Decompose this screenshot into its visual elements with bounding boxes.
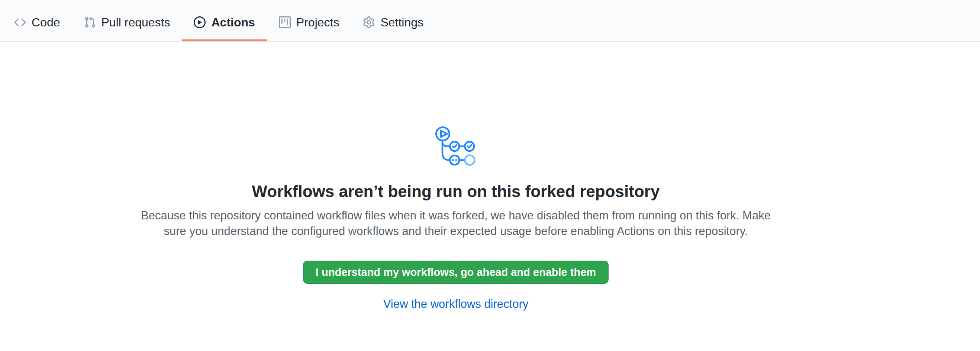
tab-label: Settings xyxy=(380,16,423,28)
tab-pull-requests[interactable]: Pull requests xyxy=(72,0,182,41)
view-workflows-directory-link[interactable]: View the workflows directory xyxy=(383,297,529,310)
blankslate-title: Workflows aren’t being run on this forke… xyxy=(0,181,912,202)
enable-workflows-button[interactable]: I understand my workflows, go ahead and … xyxy=(303,260,609,284)
tab-label: Projects xyxy=(296,16,339,28)
repo-tab-bar: Code Pull requests Actions Projects Sett… xyxy=(0,0,980,42)
git-pull-request-icon xyxy=(84,16,96,28)
project-icon xyxy=(279,16,291,28)
tab-code[interactable]: Code xyxy=(2,0,72,41)
code-icon xyxy=(14,16,26,28)
actions-workflow-icon xyxy=(434,125,477,167)
tab-label: Pull requests xyxy=(102,16,170,28)
blankslate-description: Because this repository contained workfl… xyxy=(136,208,776,239)
gear-icon xyxy=(363,16,375,28)
play-icon xyxy=(194,16,205,28)
tab-actions[interactable]: Actions xyxy=(182,0,267,41)
tab-label: Code xyxy=(32,16,60,28)
actions-blankslate: Workflows aren’t being run on this forke… xyxy=(0,42,912,312)
tab-projects[interactable]: Projects xyxy=(267,0,351,41)
tab-settings[interactable]: Settings xyxy=(351,0,435,41)
tab-label: Actions xyxy=(211,16,255,28)
